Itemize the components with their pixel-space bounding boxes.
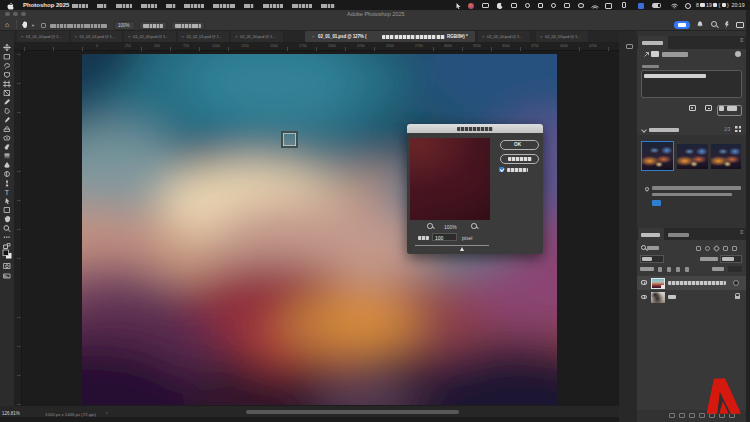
svg-text:T: T: [5, 189, 10, 196]
